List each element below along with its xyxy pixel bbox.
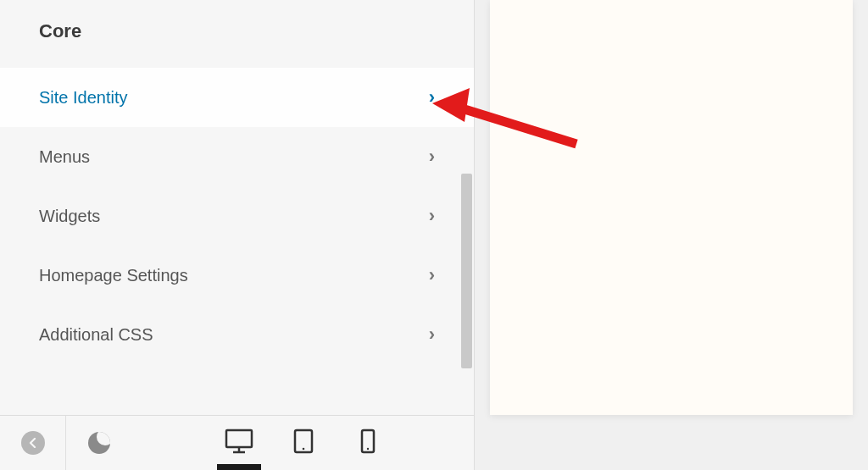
collapse-icon xyxy=(21,431,45,455)
preview-page[interactable] xyxy=(490,0,853,415)
chevron-right-icon: › xyxy=(429,86,435,108)
bottom-toolbar-left xyxy=(0,416,132,470)
menu-item-label: Homepage Settings xyxy=(39,266,188,285)
device-tablet-button[interactable] xyxy=(287,416,320,470)
svg-point-4 xyxy=(302,448,304,451)
svg-rect-0 xyxy=(226,430,252,447)
menu-item-menus[interactable]: Menus › xyxy=(0,127,474,186)
menu-item-site-identity[interactable]: Site Identity › xyxy=(0,68,474,127)
chevron-right-icon: › xyxy=(429,205,435,227)
svg-point-6 xyxy=(366,448,368,450)
device-mobile-button[interactable] xyxy=(351,416,385,470)
customizer-sidebar: Core Site Identity › Menus › Widgets › H… xyxy=(0,0,475,470)
menu-item-widgets[interactable]: Widgets › xyxy=(0,186,474,246)
mobile-icon xyxy=(360,429,376,457)
desktop-icon xyxy=(225,429,253,457)
menu-item-homepage-settings[interactable]: Homepage Settings › xyxy=(0,246,474,305)
menu-item-label: Additional CSS xyxy=(39,325,153,345)
menu-item-label: Widgets xyxy=(39,207,100,226)
menu-item-additional-css[interactable]: Additional CSS › xyxy=(0,305,474,364)
chevron-right-icon: › xyxy=(429,323,435,346)
menu-item-label: Site Identity xyxy=(39,88,128,108)
menu-list: Site Identity › Menus › Widgets › Homepa… xyxy=(0,68,474,364)
tablet-icon xyxy=(293,429,314,457)
bottom-toolbar xyxy=(0,415,474,470)
device-preview-buttons xyxy=(132,416,474,470)
moon-icon xyxy=(88,432,110,454)
chevron-right-icon: › xyxy=(429,264,435,286)
menu-item-label: Menus xyxy=(39,147,90,167)
preview-area xyxy=(475,0,868,470)
darkmode-button[interactable] xyxy=(66,416,132,470)
device-desktop-button[interactable] xyxy=(222,416,256,470)
chevron-right-icon: › xyxy=(429,146,435,168)
sidebar-content: Core Site Identity › Menus › Widgets › H… xyxy=(0,0,474,415)
scrollbar[interactable] xyxy=(461,174,472,368)
section-header: Core xyxy=(0,0,474,68)
collapse-button[interactable] xyxy=(0,416,66,470)
